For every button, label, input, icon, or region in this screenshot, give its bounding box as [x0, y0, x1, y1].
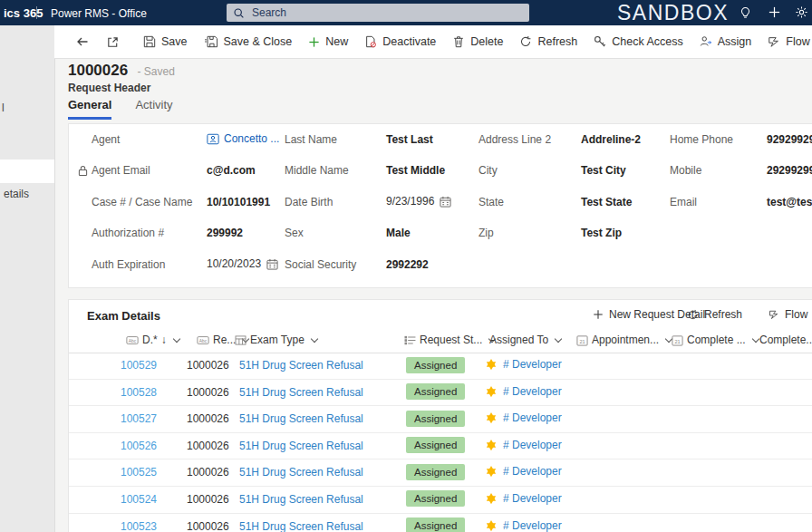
svg-text:Abc: Abc	[199, 338, 208, 343]
row-exam-type-link[interactable]: 51H Drug Screen Refusal	[239, 359, 363, 372]
state-label: State	[478, 196, 504, 208]
date-column-icon: 21	[672, 334, 683, 346]
table-row[interactable]: 100527 1000026 51H Drug Screen Refusal A…	[69, 406, 812, 433]
table-row[interactable]: 100526 1000026 51H Drug Screen Refusal A…	[69, 433, 812, 460]
column-header-detail[interactable]: Abc D.* ↓	[126, 334, 179, 346]
app-window: ics 365 Power RMS - Office SANDBOX	[0, 0, 812, 532]
chevron-down-icon	[311, 335, 318, 343]
column-header-complete-date[interactable]: 21 Complete ...	[672, 334, 759, 346]
table-row[interactable]: 100525 1000026 51H Drug Screen Refusal A…	[69, 459, 812, 487]
subgrid-refresh-button[interactable]: Refresh	[687, 308, 742, 321]
sex-value: Male	[386, 227, 411, 239]
assign-button[interactable]: Assign	[691, 29, 760, 54]
settings-gear-icon[interactable]	[795, 5, 809, 20]
table-row[interactable]: 100523 1000026 51H Drug Screen Refusal A…	[69, 514, 812, 532]
row-assigned-to[interactable]: # Developer	[485, 465, 562, 478]
deactivate-button[interactable]: Deactivate	[356, 29, 444, 54]
row-assigned-to[interactable]: # Developer	[485, 519, 562, 532]
row-detail-id-link[interactable]: 100525	[105, 466, 157, 479]
zip-value: Test Zip	[581, 227, 622, 239]
column-header-complete-2[interactable]: Complete...	[759, 334, 812, 346]
row-detail-id-link[interactable]: 100523	[105, 520, 157, 532]
popout-form-button[interactable]	[98, 29, 128, 54]
row-status-badge: Assigned	[406, 464, 465, 480]
table-row[interactable]: 100528 1000026 51H Drug Screen Refusal A…	[69, 380, 812, 407]
row-detail-id-link[interactable]: 100524	[105, 493, 157, 506]
lightbulb-icon[interactable]	[739, 5, 753, 20]
row-assigned-to[interactable]: # Developer	[485, 439, 562, 451]
assigned-star-icon	[485, 439, 498, 451]
column-header-exam-type[interactable]: Exam Type	[235, 334, 317, 346]
row-assigned-to[interactable]: # Developer	[485, 492, 562, 505]
row-request-value: 1000026	[187, 466, 229, 479]
search-input[interactable]	[250, 5, 523, 20]
delete-button[interactable]: Delete	[444, 29, 511, 54]
save-icon	[143, 35, 156, 48]
save-and-close-button[interactable]: Save & Close	[196, 29, 301, 54]
row-exam-type-link[interactable]: 51H Drug Screen Refusal	[239, 412, 363, 425]
agent-email-label: Agent Email	[92, 164, 150, 177]
tab-general[interactable]: General	[68, 98, 111, 120]
row-assigned-to[interactable]: # Developer	[485, 358, 562, 371]
check-access-button[interactable]: Check Access	[585, 29, 691, 54]
row-assigned-to[interactable]: # Developer	[485, 411, 562, 424]
column-header-request-status[interactable]: Request St...	[404, 334, 495, 346]
record-save-status: - Saved	[138, 65, 175, 78]
address-line-2-label: Address Line 2	[478, 133, 551, 146]
assigned-star-icon	[485, 492, 498, 505]
row-exam-type-link[interactable]: 51H Drug Screen Refusal	[239, 440, 363, 452]
text-column-icon: Abc	[126, 335, 139, 345]
row-exam-type-link[interactable]: 51H Drug Screen Refusal	[239, 386, 363, 399]
tab-activity[interactable]: Activity	[135, 98, 172, 120]
agent-email-value: c@d.com	[207, 164, 256, 177]
sort-descending-indicator: ↓	[161, 334, 167, 346]
calendar-icon[interactable]	[440, 196, 451, 208]
svg-text:21: 21	[674, 338, 680, 343]
flow-button[interactable]: Flow	[759, 29, 812, 54]
table-row[interactable]: 100529 1000026 51H Drug Screen Refusal A…	[69, 353, 812, 380]
authorization-label: Authorization #	[92, 227, 164, 239]
back-button[interactable]	[67, 29, 98, 54]
mobile-label: Mobile	[670, 164, 701, 177]
row-request-value: 1000026	[187, 493, 229, 506]
home-phone-value: 92929929	[767, 133, 812, 146]
command-bar: Save Save & Close New Deactivate Del	[54, 25, 812, 59]
social-security-label: Social Security	[285, 258, 356, 271]
row-detail-id-link[interactable]: 100526	[105, 440, 157, 452]
assigned-star-icon	[485, 411, 498, 424]
sidebar-item-truncated[interactable]: l	[2, 102, 5, 114]
row-status-badge: Assigned	[406, 437, 465, 453]
flow-icon	[768, 35, 780, 48]
add-icon[interactable]	[768, 5, 782, 20]
record-id: 1000026	[68, 62, 128, 79]
row-exam-type-link[interactable]: 51H Drug Screen Refusal	[239, 466, 363, 479]
refresh-button[interactable]: Refresh	[511, 29, 585, 54]
table-row[interactable]: 100524 1000026 51H Drug Screen Refusal A…	[69, 487, 812, 514]
column-header-appointment[interactable]: 21 Appointmen...	[576, 334, 672, 346]
chevron-down-icon	[555, 335, 562, 343]
agent-lookup-link[interactable]: Concetto ...	[207, 132, 279, 145]
home-phone-label: Home Phone	[670, 133, 733, 146]
sidebar-item-details[interactable]: etails	[4, 188, 29, 200]
row-detail-id-link[interactable]: 100529	[105, 359, 157, 372]
assigned-star-icon	[485, 519, 498, 532]
sidebar-item-selected[interactable]	[0, 160, 54, 183]
row-detail-id-link[interactable]: 100528	[105, 386, 157, 399]
subgrid-flow-button[interactable]: Flow	[768, 308, 812, 321]
date-column-icon: 21	[576, 334, 588, 346]
area-title[interactable]: Power RMS - Office	[51, 7, 147, 20]
email-label: Email	[670, 196, 697, 208]
row-exam-type-link[interactable]: 51H Drug Screen Refusal	[239, 493, 363, 506]
exam-details-subgrid: Exam Details New Request Detail Refresh …	[68, 299, 812, 532]
subgrid-rows: 100529 1000026 51H Drug Screen Refusal A…	[69, 353, 812, 532]
save-button[interactable]: Save	[135, 29, 196, 54]
global-search-box[interactable]	[227, 4, 529, 22]
calendar-icon[interactable]	[266, 258, 278, 270]
column-header-assigned-to[interactable]: Assigned To	[489, 334, 561, 346]
new-button[interactable]: New	[300, 29, 356, 54]
row-assigned-to[interactable]: # Developer	[485, 385, 562, 398]
refresh-icon	[687, 309, 699, 321]
social-security-value: 2992292	[386, 258, 429, 271]
row-detail-id-link[interactable]: 100527	[105, 412, 157, 425]
row-exam-type-link[interactable]: 51H Drug Screen Refusal	[239, 520, 363, 532]
